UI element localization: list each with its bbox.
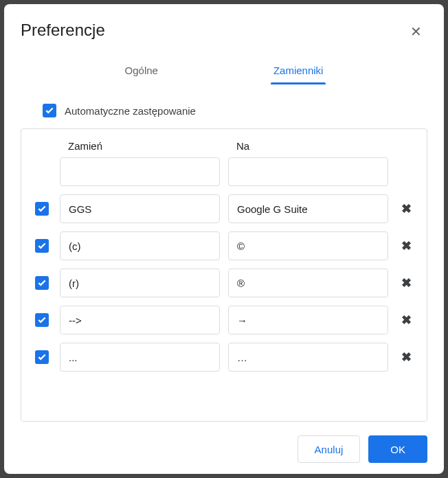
with-input[interactable] [228,194,388,223]
dialog-title: Preferencje [21,21,105,40]
checkmark-icon [45,106,54,115]
table-scroll[interactable]: Zamień Na ✖✖✖✖✖ [32,140,421,410]
delete-icon: ✖ [401,276,412,290]
row-checkbox[interactable] [35,239,49,253]
column-with-header: Na [228,140,388,152]
row-checkbox-slot [32,202,52,216]
delete-row-button[interactable]: ✖ [396,312,416,328]
dialog-footer: Anuluj OK [21,435,427,463]
replace-input[interactable] [60,269,220,297]
dialog-header: Preferencje ✕ [21,21,427,43]
checkmark-icon [37,352,47,362]
delete-icon: ✖ [401,202,412,216]
with-input[interactable] [228,157,388,186]
replace-input[interactable] [60,157,220,186]
column-replace-header: Zamień [60,140,220,152]
checkmark-icon [37,315,47,325]
checkmark-icon [37,241,47,251]
close-icon: ✕ [410,24,422,39]
table-row: ✖ [32,194,416,223]
delete-icon: ✖ [401,313,412,327]
table-row: ✖ [32,231,416,260]
with-input[interactable] [228,269,388,297]
row-checkbox[interactable] [35,202,49,216]
delete-row-button[interactable]: ✖ [396,275,416,291]
delete-row-button[interactable]: ✖ [396,201,416,216]
auto-replace-row: Automatyczne zastępowanie [43,104,427,117]
replace-input[interactable] [60,343,220,372]
ok-button[interactable]: OK [368,435,427,463]
close-button[interactable]: ✕ [405,21,427,43]
replace-input[interactable] [60,194,220,223]
delete-icon: ✖ [401,350,412,364]
auto-replace-checkbox[interactable] [43,104,56,117]
replace-input[interactable] [60,231,220,260]
tabs-bar: Ogólne Zamienniki [21,59,427,84]
delete-row-button[interactable]: ✖ [396,350,416,365]
row-checkbox[interactable] [35,313,49,327]
row-checkbox-slot [32,313,52,327]
row-checkbox-slot [32,350,52,364]
row-checkbox-slot [32,239,52,253]
table-header: Zamień Na [32,140,416,152]
with-input[interactable] [228,231,388,260]
preferences-dialog: Preferencje ✕ Ogólne Zamienniki Automaty… [4,4,444,474]
delete-row-button[interactable]: ✖ [396,238,416,253]
table-row [32,157,416,186]
table-row: ✖ [32,269,416,297]
checkmark-icon [37,204,47,214]
table-row: ✖ [32,343,416,372]
cancel-button[interactable]: Anuluj [298,435,361,463]
table-row: ✖ [32,306,416,334]
replace-input[interactable] [60,306,220,334]
with-input[interactable] [228,343,388,372]
row-checkbox[interactable] [35,276,49,290]
row-checkbox-slot [32,276,52,290]
row-checkbox[interactable] [35,350,49,364]
auto-replace-label: Automatyczne zastępowanie [65,105,196,117]
tab-general[interactable]: Ogólne [122,59,161,84]
delete-icon: ✖ [401,239,412,253]
checkmark-icon [37,278,47,288]
substitutions-table: Zamień Na ✖✖✖✖✖ [21,128,427,422]
with-input[interactable] [228,306,388,334]
tab-substitutions[interactable]: Zamienniki [271,59,326,84]
